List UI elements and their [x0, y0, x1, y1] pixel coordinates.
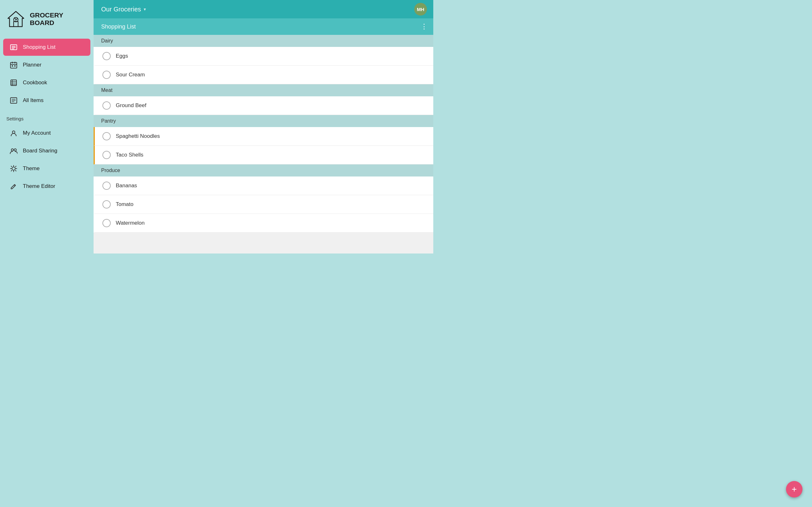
svg-line-28: [14, 185, 15, 186]
item-checkbox-sour-cream[interactable]: [102, 71, 111, 79]
shopping-list-label: Shopping List: [23, 44, 55, 50]
sidebar-item-theme-editor[interactable]: Theme Editor: [3, 178, 90, 195]
category-header-produce: Produce: [94, 164, 433, 176]
item-text-eggs: Eggs: [116, 53, 128, 59]
list-item: Watermelon: [94, 214, 433, 233]
item-checkbox-watermelon[interactable]: [102, 219, 111, 227]
board-sharing-label: Board Sharing: [23, 148, 57, 154]
svg-rect-13: [14, 65, 15, 66]
sidebar-item-board-sharing[interactable]: Board Sharing: [3, 142, 90, 159]
theme-label: Theme: [23, 165, 40, 172]
list-item: Eggs: [94, 47, 433, 66]
item-text-spaghetti-noodles: Spaghetti Noodles: [116, 133, 160, 139]
item-text-ground-beef: Ground Beef: [116, 102, 146, 109]
category-header-pantry: Pantry: [94, 115, 433, 127]
list-item: Bananas: [94, 176, 433, 195]
settings-section-label: Settings: [0, 110, 94, 124]
list-content: Dairy Eggs Sour Cream Meat Ground Beef: [94, 35, 433, 253]
category-pantry: Pantry Spaghetti Noodles Taco Shells: [94, 115, 433, 164]
sidebar-item-my-account[interactable]: My Account: [3, 124, 90, 142]
item-text-taco-shells: Taco Shells: [116, 152, 143, 158]
category-header-meat: Meat: [94, 84, 433, 96]
svg-rect-8: [10, 62, 17, 68]
list-title: Shopping List: [101, 23, 136, 30]
item-checkbox-taco-shells[interactable]: [102, 151, 111, 159]
list-item: Tomato: [94, 195, 433, 214]
item-checkbox-bananas[interactable]: [102, 181, 111, 190]
item-checkbox-ground-beef[interactable]: [102, 101, 111, 110]
svg-point-27: [12, 167, 15, 170]
planner-icon: [9, 61, 18, 69]
my-account-label: My Account: [23, 130, 51, 136]
sidebar-item-theme[interactable]: Theme: [3, 160, 90, 177]
list-icon: [9, 43, 18, 51]
board-title[interactable]: Our Groceries ▾: [101, 6, 146, 13]
theme-icon: [9, 164, 18, 173]
list-item: Taco Shells: [94, 146, 433, 164]
top-header: Our Groceries ▾ MH: [94, 0, 433, 18]
category-meat: Meat Ground Beef: [94, 84, 433, 115]
logo-icon: [6, 9, 26, 29]
category-dairy: Dairy Eggs Sour Cream: [94, 35, 433, 84]
sidebar-item-all-items[interactable]: All Items: [3, 92, 90, 109]
item-text-sour-cream: Sour Cream: [116, 72, 145, 78]
logo-area: GROCERY BOARD: [0, 6, 94, 38]
logo-text: GROCERY BOARD: [30, 11, 63, 26]
svg-point-24: [11, 149, 14, 151]
more-options-icon[interactable]: ⋮: [420, 22, 428, 31]
item-checkbox-spaghetti-noodles[interactable]: [102, 132, 111, 140]
main-content: Our Groceries ▾ MH Shopping List ⋮ Dairy…: [94, 0, 433, 253]
sidebar-item-shopping-list[interactable]: Shopping List: [3, 39, 90, 56]
board-sharing-icon: [9, 147, 18, 155]
svg-rect-12: [12, 65, 13, 66]
item-checkbox-tomato[interactable]: [102, 200, 111, 209]
category-produce: Produce Bananas Tomato Watermelon: [94, 164, 433, 233]
cookbook-label: Cookbook: [23, 79, 47, 86]
nav-section: Shopping List Planner: [0, 38, 94, 247]
sub-header: Shopping List ⋮: [94, 18, 433, 35]
theme-editor-label: Theme Editor: [23, 183, 55, 189]
list-item: Ground Beef: [94, 96, 433, 115]
list-item: Sour Cream: [94, 66, 433, 84]
sidebar-item-cookbook[interactable]: Cookbook: [3, 74, 90, 91]
item-text-watermelon: Watermelon: [116, 220, 145, 226]
category-header-dairy: Dairy: [94, 35, 433, 47]
svg-point-23: [12, 131, 15, 133]
sidebar: GROCERY BOARD Shopping List: [0, 0, 94, 253]
avatar[interactable]: MH: [414, 3, 427, 15]
sidebar-item-planner[interactable]: Planner: [3, 56, 90, 73]
list-item: Spaghetti Noodles: [94, 127, 433, 146]
item-text-tomato: Tomato: [116, 201, 134, 208]
chevron-down-icon: ▾: [144, 7, 146, 12]
item-text-bananas: Bananas: [116, 182, 137, 189]
planner-label: Planner: [23, 62, 42, 68]
svg-point-25: [14, 149, 16, 151]
item-checkbox-eggs[interactable]: [102, 52, 111, 60]
all-items-label: All Items: [23, 97, 44, 104]
board-title-text: Our Groceries: [101, 6, 141, 13]
svg-rect-1: [14, 21, 18, 26]
theme-editor-icon: [9, 182, 18, 190]
my-account-icon: [9, 129, 18, 137]
all-items-icon: [9, 96, 18, 105]
cookbook-icon: [9, 78, 18, 87]
